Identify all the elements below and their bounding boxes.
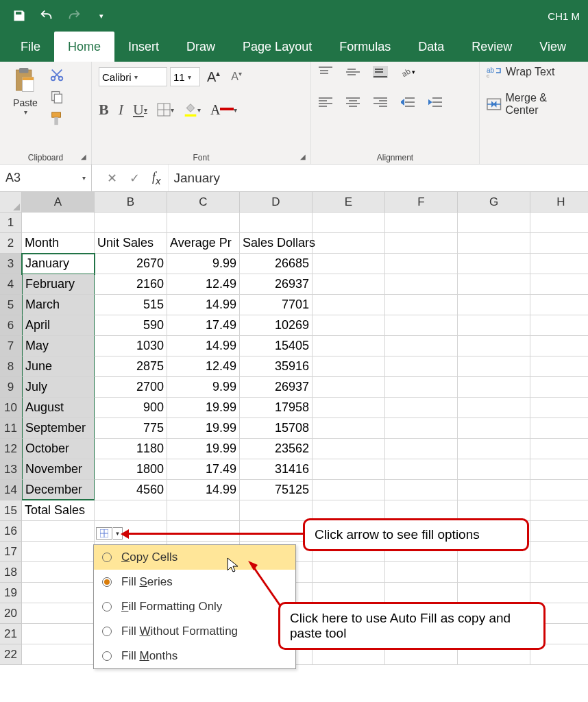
- cell-H12[interactable]: [530, 439, 588, 459]
- cell-E3[interactable]: [313, 254, 385, 274]
- cell-C5[interactable]: 14.99: [167, 295, 240, 315]
- col-header-F[interactable]: F: [385, 192, 458, 213]
- cell-C6[interactable]: 17.49: [167, 315, 240, 336]
- cell-B13[interactable]: 1800: [95, 459, 167, 480]
- cell-G1[interactable]: [458, 213, 530, 233]
- row-header-4[interactable]: 4: [0, 274, 22, 295]
- cell-H15[interactable]: [530, 500, 588, 521]
- row-header-1[interactable]: 1: [0, 213, 22, 233]
- row-header-14[interactable]: 14: [0, 480, 22, 500]
- tab-draw[interactable]: Draw: [173, 32, 229, 62]
- clipboard-launcher-icon[interactable]: ◢: [79, 152, 88, 161]
- cell-E1[interactable]: [313, 213, 385, 233]
- cell-G3[interactable]: [458, 254, 530, 274]
- undo-icon[interactable]: [33, 5, 60, 26]
- tab-home[interactable]: Home: [54, 32, 114, 62]
- cell-F3[interactable]: [385, 254, 458, 274]
- cell-B15[interactable]: [95, 500, 167, 521]
- cell-B5[interactable]: 515: [95, 295, 167, 315]
- insert-function-icon[interactable]: fx: [152, 170, 161, 186]
- font-color-button[interactable]: A▾: [210, 102, 237, 118]
- accept-formula-icon[interactable]: ✓: [130, 171, 140, 186]
- bold-button[interactable]: B: [99, 101, 109, 119]
- cell-F14[interactable]: [385, 480, 458, 500]
- align-middle-icon[interactable]: [345, 66, 360, 78]
- cell-G2[interactable]: [458, 233, 530, 254]
- cell-D7[interactable]: 15405: [240, 336, 313, 356]
- cell-D14[interactable]: 75125: [240, 480, 313, 500]
- cell-A19[interactable]: [22, 583, 95, 603]
- cell-F19[interactable]: [385, 583, 458, 603]
- tab-view[interactable]: View: [526, 32, 580, 62]
- cell-H18[interactable]: [530, 562, 588, 583]
- autofill-options-button[interactable]: [96, 527, 112, 540]
- cell-B7[interactable]: 1030: [95, 336, 167, 356]
- cell-D16[interactable]: [240, 521, 313, 542]
- cell-C15[interactable]: [167, 500, 240, 521]
- cell-A5[interactable]: March: [22, 295, 95, 315]
- italic-button[interactable]: I: [119, 101, 123, 119]
- cell-B1[interactable]: [95, 213, 167, 233]
- cell-G18[interactable]: [458, 562, 530, 583]
- row-header-15[interactable]: 15: [0, 500, 22, 521]
- cell-E19[interactable]: [313, 583, 385, 603]
- row-header-11[interactable]: 11: [0, 418, 22, 439]
- cell-E11[interactable]: [313, 418, 385, 439]
- cell-D12[interactable]: 23562: [240, 439, 313, 459]
- row-header-20[interactable]: 20: [0, 603, 22, 624]
- row-header-7[interactable]: 7: [0, 336, 22, 356]
- cell-F11[interactable]: [385, 418, 458, 439]
- cell-E12[interactable]: [313, 439, 385, 459]
- cell-F9[interactable]: [385, 377, 458, 398]
- cell-F6[interactable]: [385, 315, 458, 336]
- cell-B11[interactable]: 775: [95, 418, 167, 439]
- row-header-13[interactable]: 13: [0, 459, 22, 480]
- cell-E18[interactable]: [313, 562, 385, 583]
- cell-F4[interactable]: [385, 274, 458, 295]
- tab-page-layout[interactable]: Page Layout: [229, 32, 326, 62]
- cell-A11[interactable]: September: [22, 418, 95, 439]
- cell-B8[interactable]: 2875: [95, 356, 167, 377]
- cell-E10[interactable]: [313, 398, 385, 418]
- col-header-A[interactable]: A: [22, 192, 95, 213]
- cell-G13[interactable]: [458, 459, 530, 480]
- cell-G12[interactable]: [458, 439, 530, 459]
- cell-A17[interactable]: [22, 542, 95, 562]
- cell-G14[interactable]: [458, 480, 530, 500]
- cell-C13[interactable]: 17.49: [167, 459, 240, 480]
- cell-C12[interactable]: 19.99: [167, 439, 240, 459]
- cell-H1[interactable]: [530, 213, 588, 233]
- cell-F10[interactable]: [385, 398, 458, 418]
- col-header-E[interactable]: E: [313, 192, 385, 213]
- cell-F12[interactable]: [385, 439, 458, 459]
- col-header-G[interactable]: G: [458, 192, 530, 213]
- cell-E9[interactable]: [313, 377, 385, 398]
- cell-B12[interactable]: 1180: [95, 439, 167, 459]
- cell-B6[interactable]: 590: [95, 315, 167, 336]
- font-size-dropdown[interactable]: 11▾: [170, 67, 200, 86]
- cell-G6[interactable]: [458, 315, 530, 336]
- row-header-3[interactable]: 3: [0, 254, 22, 274]
- cell-E4[interactable]: [313, 274, 385, 295]
- cell-H3[interactable]: [530, 254, 588, 274]
- row-header-19[interactable]: 19: [0, 583, 22, 603]
- font-name-dropdown[interactable]: Calibri▾: [99, 67, 167, 86]
- cell-F8[interactable]: [385, 356, 458, 377]
- cell-E8[interactable]: [313, 356, 385, 377]
- cell-E14[interactable]: [313, 480, 385, 500]
- cell-A4[interactable]: February: [22, 274, 95, 295]
- cell-H2[interactable]: [530, 233, 588, 254]
- cell-A8[interactable]: June: [22, 356, 95, 377]
- cell-D4[interactable]: 26937: [240, 274, 313, 295]
- tab-data[interactable]: Data: [404, 32, 458, 62]
- row-header-10[interactable]: 10: [0, 398, 22, 418]
- cell-A18[interactable]: [22, 562, 95, 583]
- cell-C2[interactable]: Average Pr: [167, 233, 240, 254]
- cell-D9[interactable]: 26937: [240, 377, 313, 398]
- fill-color-button[interactable]: ▾: [184, 103, 201, 117]
- cell-H6[interactable]: [530, 315, 588, 336]
- cell-B9[interactable]: 2700: [95, 377, 167, 398]
- cell-C3[interactable]: 9.99: [167, 254, 240, 274]
- autofill-option-fill-without-formatting[interactable]: Fill Without Formatting: [94, 619, 295, 644]
- cell-A14[interactable]: December: [22, 480, 95, 500]
